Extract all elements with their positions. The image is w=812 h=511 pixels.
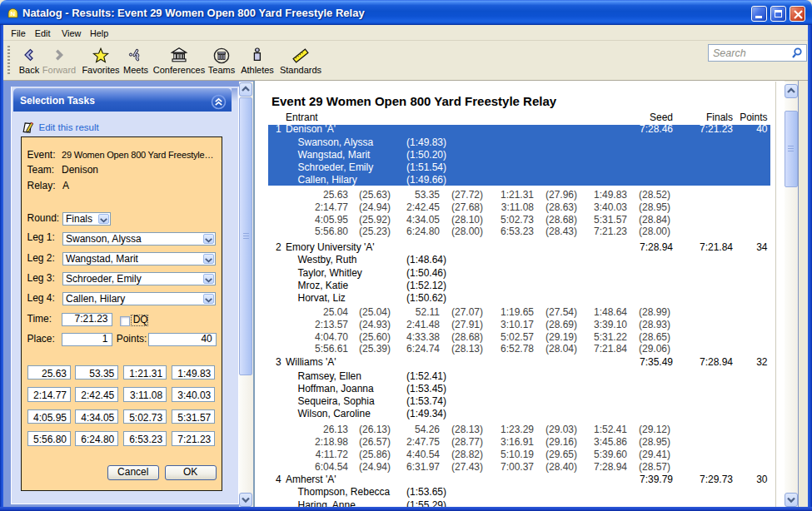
svg-text:N: N: [11, 10, 16, 17]
